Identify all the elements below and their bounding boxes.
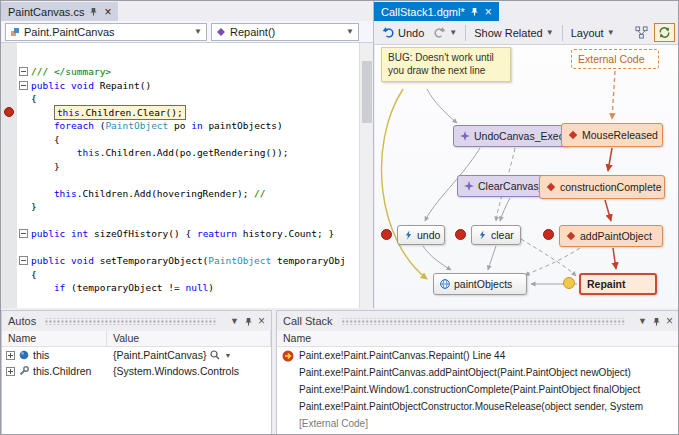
- code-line[interactable]: public void Repaint(): [31, 79, 359, 93]
- breakpoint-marker-icon[interactable]: [455, 229, 466, 240]
- code-editor[interactable]: /// </summary>public void Repaint(){ thi…: [1, 43, 373, 308]
- code-line[interactable]: if (temporaryObject != null): [31, 281, 359, 295]
- window-position-icon[interactable]: ▼: [230, 316, 239, 326]
- tab-paintcanvas-cs[interactable]: PaintCanvas.cs ×: [1, 2, 118, 21]
- frame-text: Paint.exe!Paint.Window1.constructionComp…: [299, 384, 640, 395]
- graph-node-repaint[interactable]: Repaint: [579, 273, 657, 295]
- chevron-down-icon: ▼: [607, 28, 615, 37]
- breakpoint-marker-icon[interactable]: [381, 229, 392, 240]
- graph-node-addpaintobject[interactable]: addPaintObject: [559, 225, 663, 247]
- scrollbar-thumb[interactable]: [362, 61, 372, 123]
- callstack-row[interactable]: Paint.exe!Paint.PaintCanvas.Repaint() Li…: [277, 347, 679, 364]
- frame-text: Paint.exe!Paint.PaintObjectConstructor.M…: [299, 401, 643, 412]
- callstack-panel: Call Stack ▼ × Name Paint.exe!Paint.Pain…: [276, 310, 679, 435]
- graph-tabstrip: CallStack1.dgml* ×: [374, 1, 679, 21]
- column-name[interactable]: Name: [2, 331, 107, 346]
- redo-icon: [433, 26, 446, 39]
- dgml-graph-canvas[interactable]: BUG: Doesn't work until you draw the nex…: [375, 45, 679, 308]
- tab-callstack-dgml[interactable]: CallStack1.dgml* ×: [374, 2, 499, 21]
- member-dropdown-value: Repaint(): [230, 26, 275, 38]
- diagram-options-button[interactable]: [632, 24, 651, 41]
- fold-collapse-icon[interactable]: [19, 67, 28, 76]
- graph-node-undo[interactable]: undo: [397, 225, 445, 245]
- close-icon[interactable]: ×: [258, 314, 265, 328]
- code-line[interactable]: }: [31, 200, 359, 214]
- code-line[interactable]: this.Children.Clear();: [31, 106, 359, 120]
- pin-icon[interactable]: [470, 7, 480, 17]
- code-line[interactable]: public void setTemporaryObject(PaintObje…: [31, 254, 359, 268]
- navigation-bar: Paint.PaintCanvas ▼ Repaint() ▼: [1, 21, 373, 43]
- callstack-row[interactable]: Paint.exe!Paint.Window1.constructionComp…: [277, 381, 679, 398]
- callstack-header[interactable]: Call Stack ▼ ×: [277, 311, 679, 331]
- callstack-row[interactable]: Paint.exe!Paint.PaintObjectConstructor.M…: [277, 398, 679, 415]
- chevron-down-icon[interactable]: ▼: [224, 352, 231, 359]
- fold-collapse-icon[interactable]: [19, 229, 28, 238]
- code-line[interactable]: this.Children.Add(po.getRendering());: [31, 146, 359, 160]
- close-icon[interactable]: ×: [666, 314, 673, 328]
- sync-toggle-button[interactable]: [654, 23, 675, 42]
- fold-collapse-icon[interactable]: [19, 81, 28, 90]
- drag-handle[interactable]: [341, 318, 626, 325]
- editor-scrollbar[interactable]: [359, 43, 373, 308]
- layout-dropdown[interactable]: Layout ▼: [568, 25, 618, 41]
- member-dropdown[interactable]: Repaint() ▼: [211, 23, 359, 41]
- graph-node-paintobjects[interactable]: paintObjects: [433, 273, 527, 295]
- code-line[interactable]: public int sizeOfHistory() { reaturn his…: [31, 227, 359, 241]
- code-line[interactable]: [31, 173, 359, 187]
- code-line[interactable]: [31, 214, 359, 228]
- code-line[interactable]: [31, 241, 359, 255]
- code-line[interactable]: {: [31, 133, 359, 147]
- bug-note[interactable]: BUG: Doesn't work until you draw the nex…: [381, 47, 511, 82]
- code-line[interactable]: /// </summary>: [31, 65, 359, 79]
- property-icon: [19, 366, 29, 376]
- code-line[interactable]: this.Children.Add(hoveringRender); //: [31, 187, 359, 201]
- breakpoint-marker-icon[interactable]: [543, 229, 554, 240]
- expand-icon[interactable]: [6, 367, 15, 376]
- show-related-dropdown[interactable]: Show Related ▼: [471, 25, 556, 41]
- node-label: paintObjects: [454, 278, 512, 290]
- chevron-down-icon: ▼: [449, 28, 457, 37]
- code-line[interactable]: {: [31, 268, 359, 282]
- graph-node-clear[interactable]: clear: [471, 225, 521, 245]
- tab-title: CallStack1.dgml*: [381, 6, 465, 18]
- breakpoint-icon[interactable]: [4, 107, 14, 117]
- window-position-icon[interactable]: ▼: [638, 316, 647, 326]
- code-line[interactable]: foreach (PaintObject po in paintObjects): [31, 119, 359, 133]
- pin-icon[interactable]: [652, 317, 661, 326]
- code-line[interactable]: }: [31, 160, 359, 174]
- graph-node-mousereleased[interactable]: MouseReleased: [561, 123, 663, 147]
- autos-header[interactable]: Autos ▼ ×: [2, 311, 271, 331]
- code-lines[interactable]: /// </summary>public void Repaint(){ thi…: [31, 65, 359, 295]
- column-name[interactable]: Name: [277, 331, 679, 346]
- callstack-row[interactable]: Paint.exe!Paint.PaintCanvas.addPaintObje…: [277, 364, 679, 381]
- graph-node-constructioncomplete[interactable]: constructionComplete: [539, 175, 665, 199]
- instruction-pointer-icon[interactable]: [563, 277, 575, 289]
- pin-icon[interactable]: [89, 7, 99, 17]
- highlighted-statement[interactable]: this.Children.Clear();: [54, 105, 186, 121]
- column-value[interactable]: Value: [107, 331, 271, 346]
- code-line[interactable]: {: [31, 92, 359, 106]
- undo-button[interactable]: Undo: [379, 24, 427, 41]
- redo-button[interactable]: ▼: [430, 24, 460, 41]
- autos-row[interactable]: this{Paint.PaintCanvas}▼: [2, 347, 271, 363]
- node-label: clear: [491, 229, 514, 241]
- close-icon[interactable]: ×: [485, 7, 492, 17]
- close-icon[interactable]: ×: [104, 7, 111, 17]
- callstack-row[interactable]: [External Code]: [277, 415, 679, 432]
- graph-node-external-code[interactable]: External Code: [571, 49, 659, 69]
- autos-row[interactable]: this.Children{System.Windows.Controls: [2, 363, 271, 379]
- graph-node-undocanvas-executed[interactable]: UndoCanvas_Executed: [453, 125, 569, 147]
- expand-icon[interactable]: [6, 351, 15, 360]
- fold-gutter[interactable]: [17, 43, 30, 308]
- type-dropdown[interactable]: Paint.PaintCanvas ▼: [5, 23, 207, 41]
- autos-panel: Autos ▼ × Name Value this{Paint.PaintCan…: [1, 310, 272, 435]
- fold-collapse-icon[interactable]: [19, 256, 28, 265]
- pin-icon[interactable]: [244, 317, 253, 326]
- method-icon: [216, 27, 226, 37]
- drag-handle[interactable]: [44, 318, 217, 325]
- magnifier-icon[interactable]: [210, 350, 220, 360]
- breakpoint-gutter[interactable]: [1, 43, 17, 308]
- variable-value: {System.Windows.Controls: [113, 365, 239, 377]
- node-label: undo: [417, 229, 440, 241]
- autos-title: Autos: [8, 315, 36, 327]
